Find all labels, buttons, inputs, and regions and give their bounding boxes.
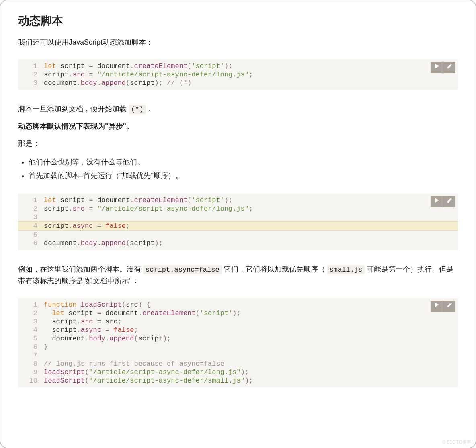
code-content: // long.js runs first because of async=f… (43, 360, 458, 368)
intro-paragraph: 我们还可以使用JavaScript动态添加脚本： (18, 37, 458, 48)
edit-button[interactable] (443, 301, 455, 312)
code-content: function loadScript(src) { (43, 301, 458, 309)
text: 脚本一旦添加到文档，便开始加载 (18, 105, 129, 113)
code-line: 6document.body.append(script); (18, 239, 458, 248)
paragraph-default-async: 动态脚本默认情况下表现为"异步"。 (18, 121, 458, 132)
text: 例如，在这里我们添加两个脚本。没有 (18, 265, 143, 273)
code-line: 1let script = document.createElement('sc… (18, 196, 458, 205)
code-content: document.body.append(script); // (*) (43, 79, 458, 87)
line-number: 1 (18, 62, 43, 70)
code-line: 10loadScript("/article/script-async-defe… (18, 376, 458, 385)
play-icon (434, 302, 440, 310)
code-content: let script = document.createElement('scr… (43, 309, 458, 317)
inline-code-smalljs: small.js (327, 265, 365, 274)
line-number: 2 (18, 309, 43, 317)
code-content: let script = document.createElement('scr… (43, 62, 458, 70)
code-toolbar (431, 301, 455, 312)
line-number: 1 (18, 196, 43, 205)
line-number: 3 (18, 79, 43, 87)
code-content (43, 213, 458, 221)
play-icon (434, 63, 440, 72)
text: 它们，它们将以加载优先顺序（ (222, 265, 327, 273)
code-lines: 1let script = document.createElement('sc… (18, 59, 458, 90)
svg-marker-1 (435, 198, 439, 203)
paragraph-example: 例如，在这里我们添加两个脚本。没有 script.async=false 它们，… (18, 264, 458, 287)
code-content: document.body.append(script); (43, 239, 458, 248)
run-button[interactable] (431, 62, 443, 73)
code-line: 5 (18, 231, 458, 239)
code-block-2: 1let script = document.createElement('sc… (18, 194, 458, 250)
code-content: script.async = false; (43, 222, 458, 230)
line-number: 5 (18, 334, 43, 343)
line-number: 4 (18, 326, 43, 334)
code-content: script.src = "/article/script-async-defe… (43, 205, 458, 213)
code-line: 2 let script = document.createElement('s… (18, 309, 458, 317)
code-line: 2script.src = "/article/script-async-def… (18, 70, 458, 79)
edit-button[interactable] (443, 196, 455, 207)
line-number: 4 (18, 222, 43, 230)
play-icon (434, 197, 440, 206)
paragraph-that-is: 那是： (18, 138, 458, 149)
paragraph-loaded: 脚本一旦添加到文档，便开始加载 (*) 。 (18, 103, 458, 115)
code-content (43, 231, 458, 239)
code-line: 9loadScript("/article/script-async-defer… (18, 368, 458, 376)
line-number: 9 (18, 368, 43, 376)
code-toolbar (431, 62, 455, 73)
bullet-list: 他们什么也别等，没有什么等他们。 首先加载的脚本–首先运行（"加载优先"顺序）。 (18, 155, 458, 182)
edit-button[interactable] (443, 62, 455, 73)
line-number: 6 (18, 343, 43, 351)
code-content: script.async = false; (43, 326, 458, 334)
line-number: 3 (18, 213, 43, 221)
code-line: 3 (18, 213, 458, 221)
line-number: 3 (18, 317, 43, 326)
line-number: 1 (18, 301, 43, 309)
code-line: 4script.async = false; (18, 221, 458, 231)
line-number: 6 (18, 239, 43, 248)
code-block-3: 1function loadScript(src) {2 let script … (18, 298, 458, 387)
line-number: 5 (18, 231, 43, 239)
code-line: 4 script.async = false; (18, 326, 458, 334)
code-content: script.src = "/article/script-async-defe… (43, 70, 458, 79)
code-line: 3 script.src = src; (18, 317, 458, 326)
line-number: 2 (18, 205, 43, 213)
code-content: loadScript("/article/script-async-defer/… (43, 376, 458, 385)
line-number: 10 (18, 376, 43, 385)
article-frame: 动态脚本 我们还可以使用JavaScript动态添加脚本： 1let scrip… (0, 0, 476, 448)
code-content: script.src = src; (43, 317, 458, 326)
code-line: 6} (18, 343, 458, 351)
code-line: 8// long.js runs first because of async=… (18, 360, 458, 368)
code-line: 2script.src = "/article/script-async-def… (18, 205, 458, 213)
heading: 动态脚本 (18, 13, 458, 29)
inline-code-async-false: script.async=false (143, 265, 222, 274)
run-button[interactable] (431, 301, 443, 312)
code-line: 1function loadScript(src) { (18, 301, 458, 309)
code-line: 7 (18, 351, 458, 360)
code-toolbar (431, 196, 455, 207)
edit-icon (447, 197, 453, 206)
inline-code-asterisk: (*) (129, 105, 146, 114)
code-content: let script = document.createElement('scr… (43, 196, 458, 205)
code-content: } (43, 343, 458, 351)
line-number: 8 (18, 360, 43, 368)
edit-icon (447, 302, 453, 310)
code-lines: 1let script = document.createElement('sc… (18, 194, 458, 250)
line-number: 7 (18, 351, 43, 360)
list-item: 首先加载的脚本–首先运行（"加载优先"顺序）。 (29, 169, 458, 182)
list-item: 他们什么也别等，没有什么等他们。 (29, 155, 458, 169)
run-button[interactable] (431, 196, 443, 207)
text: 。 (146, 105, 155, 113)
svg-marker-2 (435, 303, 439, 307)
line-number: 2 (18, 70, 43, 79)
code-lines: 1function loadScript(src) {2 let script … (18, 298, 458, 387)
code-line: 1let script = document.createElement('sc… (18, 62, 458, 70)
code-content: document.body.append(script); (43, 334, 458, 343)
code-content (43, 351, 458, 360)
code-content: loadScript("/article/script-async-defer/… (43, 368, 458, 376)
watermark: © 51CTO博客 (442, 439, 472, 445)
svg-marker-0 (435, 64, 439, 68)
code-line: 5 document.body.append(script); (18, 334, 458, 343)
edit-icon (447, 63, 453, 72)
code-block-1: 1let script = document.createElement('sc… (18, 59, 458, 90)
code-line: 3document.body.append(script); // (*) (18, 79, 458, 87)
